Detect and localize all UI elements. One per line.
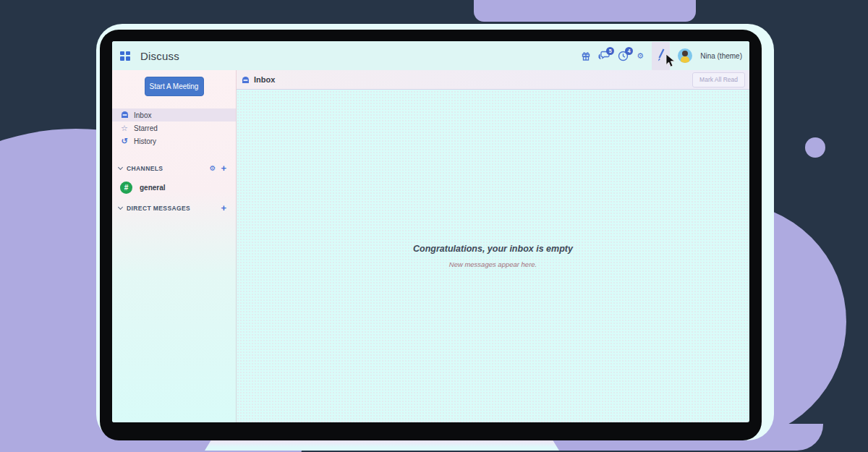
main-title: Inbox (254, 75, 275, 84)
inbox-empty-state: Congratulations, your inbox is empty New… (237, 90, 749, 422)
empty-state-subtitle: New messages appear here. (449, 260, 537, 268)
sidebar-item-starred[interactable]: ☆ Starred (112, 121, 236, 135)
add-dm-icon[interactable]: + (221, 203, 226, 213)
sidebar-item-label: Inbox (134, 111, 151, 119)
channel-item-general[interactable]: # general (112, 179, 236, 196)
settings-gear-icon[interactable]: ⚙ (637, 52, 644, 60)
sidebar-item-history[interactable]: ↺ History (112, 135, 236, 148)
empty-state-title: Congratulations, your inbox is empty (413, 244, 573, 254)
chevron-down-icon (118, 205, 123, 210)
topbar-systray: 5 4 ⚙ (582, 42, 742, 70)
monitor-frame-glow: Discuss (96, 24, 774, 440)
main-panel: Inbox Mark All Read Congratulations, you… (237, 70, 749, 422)
purple-band-top (474, 0, 696, 22)
start-meeting-button[interactable]: Start A Meeting (145, 77, 204, 96)
pencil-icon (656, 48, 665, 64)
apps-menu-icon[interactable] (120, 51, 129, 61)
mark-all-read-button[interactable]: Mark All Read (692, 72, 745, 88)
mailbox-icon (120, 111, 129, 120)
user-name[interactable]: Nina (theme) (700, 52, 742, 60)
history-icon: ↺ (120, 137, 129, 145)
monitor-bezel: Discuss (100, 30, 762, 440)
activities-badge: 4 (625, 47, 633, 55)
activities-clock-icon[interactable]: 4 (618, 51, 629, 61)
user-avatar[interactable] (678, 48, 692, 63)
mouse-cursor (665, 54, 676, 68)
sidebar: Start A Meeting Inbox (112, 70, 237, 422)
sidebar-item-inbox[interactable]: Inbox (112, 108, 236, 121)
channels-settings-icon[interactable]: ⚙ (209, 165, 216, 172)
main-header: Inbox Mark All Read (237, 70, 749, 90)
chevron-down-icon (118, 165, 123, 170)
sidebar-item-label: Starred (134, 124, 158, 132)
mailbox-icon (242, 76, 250, 84)
star-icon: ☆ (120, 124, 129, 132)
gift-icon[interactable] (582, 51, 590, 61)
sidebar-item-label: History (134, 137, 156, 145)
mailbox-list: Inbox ☆ Starred ↺ History (112, 108, 236, 148)
dm-section-header[interactable]: DIRECT MESSAGES + (112, 202, 236, 213)
channel-hash-icon: # (120, 182, 132, 194)
add-channel-icon[interactable]: + (221, 163, 226, 173)
discuss-app-window: Discuss (112, 41, 749, 422)
messages-badge: 5 (606, 47, 614, 55)
topbar: Discuss (112, 41, 749, 70)
purple-dot (805, 137, 825, 158)
channels-section-header[interactable]: CHANNELS ⚙ + (112, 163, 236, 174)
app-title: Discuss (140, 50, 179, 62)
messages-icon[interactable]: 5 (598, 51, 610, 61)
